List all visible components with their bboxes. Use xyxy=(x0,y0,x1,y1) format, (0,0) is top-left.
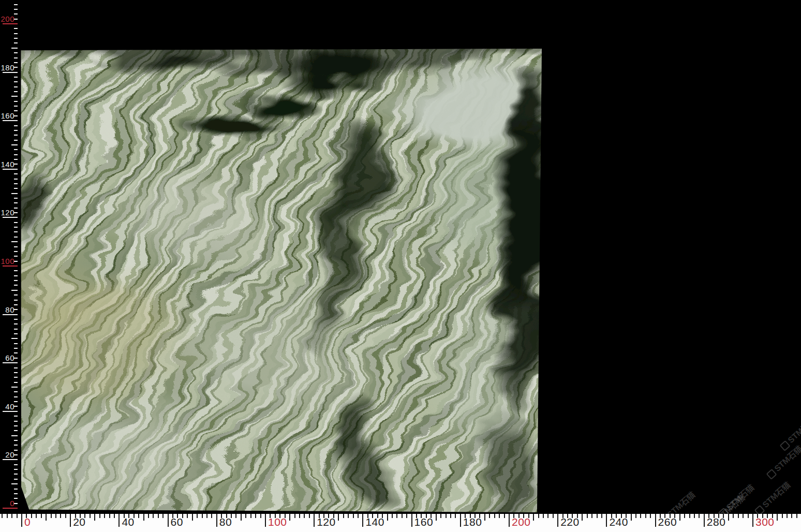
ruler-tick xyxy=(14,173,18,174)
ruler-label: 200 xyxy=(512,516,531,528)
ruler-vertical: 020406080100120140160180200 xyxy=(0,0,801,532)
ruler-tick xyxy=(14,140,18,141)
ruler-tick xyxy=(538,514,539,518)
ruler-label: 220 xyxy=(560,516,580,528)
ruler-tick xyxy=(14,372,18,373)
ruler-tick xyxy=(192,514,193,521)
ruler-tick xyxy=(728,514,729,521)
ruler-tick xyxy=(494,514,495,518)
ruler-tick xyxy=(60,514,61,518)
ruler-tick xyxy=(533,514,534,521)
ruler-tick xyxy=(11,144,18,145)
ruler-tick xyxy=(14,406,18,407)
ruler-tick xyxy=(14,479,18,480)
ruler-tick xyxy=(206,514,207,518)
ruler-tick xyxy=(606,514,607,527)
ruler-tick xyxy=(14,13,18,14)
ruler-tick xyxy=(14,101,18,102)
ruler-tick xyxy=(748,514,749,518)
ruler-tick xyxy=(168,514,169,527)
ruler-tick xyxy=(14,251,18,252)
ruler-label: 40 xyxy=(122,516,134,528)
ruler-tick xyxy=(14,261,18,262)
ruler-tick xyxy=(14,382,18,383)
ruler-tick xyxy=(3,217,18,218)
ruler-tick xyxy=(14,285,18,286)
ruler-label: 160 xyxy=(0,112,14,120)
ruler-label: 60 xyxy=(0,354,14,362)
ruler-tick xyxy=(14,294,18,295)
ruler-tick xyxy=(504,514,505,518)
ruler-tick xyxy=(3,72,18,73)
ruler-horizontal: 0204060801001201401601802002202402602803… xyxy=(0,514,801,532)
ruler-tick xyxy=(450,514,451,518)
ruler-tick xyxy=(14,425,18,426)
ruler-tick xyxy=(14,469,18,470)
ruler-tick xyxy=(14,498,18,499)
ruler-tick xyxy=(597,514,598,518)
ruler-label: 200 xyxy=(0,15,14,23)
ruler-tick xyxy=(14,19,18,20)
ruler-tick xyxy=(14,179,18,180)
ruler-label: 120 xyxy=(317,516,336,528)
ruler-tick xyxy=(11,514,12,518)
ruler-tick xyxy=(14,154,18,155)
ruler-tick xyxy=(14,440,18,441)
ruler-tick xyxy=(162,514,164,518)
ruler-tick xyxy=(440,514,441,518)
ruler-tick xyxy=(14,319,18,320)
ruler-tick xyxy=(14,329,18,330)
ruler-tick xyxy=(3,23,18,24)
ruler-label: 20 xyxy=(73,516,85,528)
ruler-tick xyxy=(3,411,18,412)
ruler-tick xyxy=(265,514,266,527)
ruler-tick xyxy=(11,48,18,49)
ruler-tick xyxy=(250,514,251,518)
ruler-tick xyxy=(14,323,18,324)
ruler-tick xyxy=(14,91,18,92)
ruler-tick xyxy=(14,77,18,78)
ruler-tick xyxy=(14,198,18,199)
ruler-tick xyxy=(14,275,18,276)
ruler-tick xyxy=(148,514,149,518)
ruler-tick xyxy=(348,514,349,518)
ruler-tick xyxy=(704,514,705,527)
ruler-tick xyxy=(109,514,110,518)
ruler-tick xyxy=(3,120,18,121)
ruler-tick xyxy=(309,514,310,518)
ruler-tick xyxy=(14,246,18,247)
ruler-tick xyxy=(14,208,18,209)
ruler-tick xyxy=(655,514,656,527)
ruler-tick xyxy=(543,514,544,518)
ruler-tick xyxy=(289,514,290,521)
ruler-tick xyxy=(484,514,485,521)
ruler-tick xyxy=(14,202,18,203)
ruler-tick xyxy=(689,514,690,518)
ruler-tick xyxy=(11,193,18,194)
ruler-tick xyxy=(547,514,548,518)
ruler-tick xyxy=(591,514,592,518)
ruler-tick xyxy=(14,183,18,184)
ruler-tick xyxy=(14,67,18,68)
ruler-tick xyxy=(11,241,18,242)
ruler-tick xyxy=(187,514,188,518)
ruler-tick xyxy=(14,115,18,116)
ruler-label: 80 xyxy=(0,306,14,314)
ruler-tick xyxy=(235,514,236,518)
ruler-label: 160 xyxy=(414,516,434,528)
ruler-tick xyxy=(11,435,18,436)
ruler-tick xyxy=(14,149,18,150)
ruler-tick xyxy=(343,514,344,518)
ruler-tick xyxy=(791,514,792,518)
ruler-tick xyxy=(3,459,18,460)
ruler-tick xyxy=(17,514,18,518)
ruler-tick xyxy=(314,514,315,527)
ruler-tick xyxy=(455,514,456,518)
ruler-tick xyxy=(738,514,739,518)
ruler-label: 240 xyxy=(609,516,628,528)
ruler-tick xyxy=(14,130,18,131)
ruler-label: 40 xyxy=(0,403,14,411)
ruler-tick xyxy=(14,106,18,107)
ruler-tick xyxy=(99,514,100,518)
ruler-tick xyxy=(14,348,18,349)
